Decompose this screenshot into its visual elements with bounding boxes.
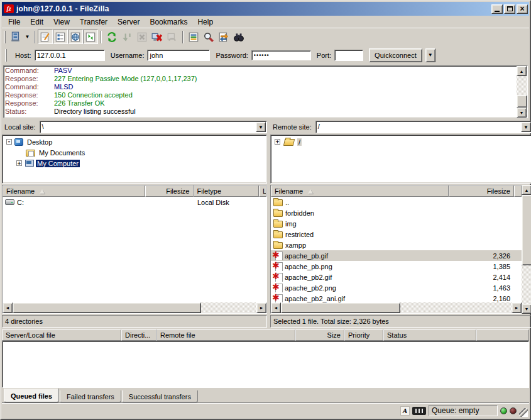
resize-grip[interactable] (519, 408, 528, 417)
menu-edit[interactable]: Edit (25, 16, 48, 28)
scroll-right-icon[interactable]: ► (512, 302, 522, 313)
menu-file[interactable]: File (3, 16, 25, 28)
username-input[interactable] (147, 50, 210, 61)
list-item-xampp[interactable]: xampp (271, 240, 522, 250)
scroll-track[interactable] (201, 302, 256, 313)
menu-bookmarks[interactable]: Bookmarks (145, 16, 192, 28)
scroll-thumb[interactable] (522, 195, 531, 265)
tab-successful-transfers[interactable]: Successful transfers (122, 390, 198, 402)
cancel-operation-button[interactable] (134, 30, 150, 44)
scroll-thumb[interactable] (13, 302, 201, 313)
scroll-left-icon[interactable]: ◄ (271, 302, 281, 313)
remote-site-combobox[interactable]: / ▼ (315, 121, 531, 133)
remote-site-value[interactable]: / (316, 121, 520, 133)
local-list-rows[interactable]: C: Local Disk (3, 197, 266, 302)
synchronized-browsing-button[interactable] (216, 30, 231, 44)
expand-icon[interactable]: + (275, 139, 280, 145)
quickconnect-dropdown[interactable]: ▼ (425, 48, 435, 62)
speed-limits-icon[interactable] (412, 407, 426, 415)
toggle-transfer-queue-button[interactable] (83, 30, 98, 44)
column-header-filename[interactable]: Filename (271, 185, 449, 197)
minimize-button[interactable] (491, 4, 503, 14)
remote-list-rows[interactable]: .. forbidden img restricted xampp apache… (271, 197, 522, 302)
menu-view[interactable]: View (48, 16, 75, 28)
password-input[interactable] (251, 50, 311, 60)
tree-item-desktop[interactable]: - Desktop (3, 136, 266, 147)
list-item-apache-pb2-gif[interactable]: apache_pb2.gif2,414 (271, 272, 522, 282)
tree-item-root[interactable]: + / (271, 136, 531, 147)
remote-vertical-scrollbar[interactable]: ▲ ▼ (522, 185, 531, 314)
file-search-button[interactable] (201, 30, 216, 44)
tab-queued-files[interactable]: Queued files (4, 389, 59, 402)
site-manager-dropdown[interactable]: ▼ (23, 30, 31, 44)
list-item-restricted[interactable]: restricted (271, 229, 522, 240)
column-header-priority[interactable]: Priority (344, 329, 383, 341)
scroll-thumb[interactable] (281, 302, 400, 313)
menu-help[interactable]: Help (192, 16, 218, 28)
column-header-direction[interactable]: Directi... (121, 329, 156, 341)
list-item-parent-dir[interactable]: .. (271, 197, 522, 207)
host-input[interactable] (35, 50, 105, 61)
ascii-data-type-icon[interactable]: A (400, 406, 410, 416)
expand-icon[interactable]: + (16, 160, 22, 166)
scroll-right-icon[interactable]: ► (256, 302, 266, 313)
chevron-down-icon[interactable]: ▼ (256, 122, 266, 132)
column-header-server-local-file[interactable]: Server/Local file (2, 329, 121, 341)
toggle-remote-tree-button[interactable] (68, 30, 83, 44)
menu-server[interactable]: Server (112, 16, 145, 28)
toggle-local-tree-button[interactable] (53, 30, 68, 44)
queue-list-area[interactable] (2, 341, 529, 388)
collapse-icon[interactable]: - (6, 139, 12, 145)
local-site-combobox[interactable]: \ ▼ (40, 121, 267, 133)
tree-item-my-documents[interactable]: My Documents (3, 147, 266, 158)
column-header-filetype[interactable]: Filetype (194, 185, 260, 197)
list-item-img[interactable]: img (271, 218, 522, 229)
list-item-c-drive[interactable]: C: Local Disk (3, 197, 266, 207)
scroll-track[interactable] (522, 265, 531, 304)
log-vertical-scrollbar[interactable]: ▲ ▼ (517, 66, 527, 118)
scroll-down-icon[interactable]: ▼ (522, 304, 531, 314)
column-header-filename[interactable]: Filename (3, 185, 145, 197)
toggle-message-log-button[interactable] (38, 30, 53, 44)
column-header-status[interactable]: Status (383, 329, 476, 341)
message-log-lines[interactable]: Command:PASV Response:227 Entering Passi… (4, 66, 517, 118)
list-item-apache-pb-gif[interactable]: apache_pb.gif2,326 (271, 250, 522, 261)
remote-directory-tree[interactable]: + / (270, 135, 531, 184)
column-header-filesize[interactable]: Filesize (145, 185, 194, 197)
scroll-track[interactable] (517, 76, 527, 95)
column-header-last-modified[interactable]: L (259, 185, 266, 197)
local-site-value[interactable]: \ (40, 121, 255, 133)
directory-listing-filters-button[interactable] (186, 30, 201, 44)
scroll-up-icon[interactable]: ▲ (517, 66, 527, 76)
remote-horizontal-scrollbar[interactable]: ◄ ► (271, 302, 522, 313)
close-button[interactable]: × (517, 4, 528, 14)
maximize-button[interactable] (504, 4, 515, 14)
local-directory-tree[interactable]: - Desktop My Documents + My Computer (2, 135, 267, 184)
directory-comparison-button[interactable] (231, 30, 246, 44)
quickconnect-button[interactable]: Quickconnect (369, 48, 422, 62)
chevron-down-icon[interactable]: ▼ (521, 122, 531, 132)
title-bar[interactable]: fz john@127.0.0.1 - FileZilla × (2, 2, 529, 16)
list-item-apache-pb2-png[interactable]: apache_pb2.png1,463 (271, 282, 522, 293)
scroll-up-icon[interactable]: ▲ (522, 185, 531, 195)
list-item-apache-pb-png[interactable]: apache_pb.png1,385 (271, 261, 522, 272)
site-manager-button[interactable] (8, 30, 23, 44)
tab-failed-transfers[interactable]: Failed transfers (60, 390, 121, 402)
reconnect-button[interactable] (165, 30, 180, 44)
process-queue-button[interactable] (119, 30, 134, 44)
column-header-remote-file[interactable]: Remote file (156, 329, 295, 341)
menu-transfer[interactable]: Transfer (75, 16, 112, 28)
scroll-track[interactable] (400, 302, 512, 313)
port-input[interactable] (334, 50, 363, 61)
scroll-thumb[interactable] (517, 95, 527, 108)
column-header-size[interactable]: Size (295, 329, 344, 341)
scroll-left-icon[interactable]: ◄ (3, 302, 13, 313)
list-item-forbidden[interactable]: forbidden (271, 207, 522, 218)
tree-item-my-computer[interactable]: + My Computer (3, 158, 266, 169)
list-item-apache-pb2-ani-gif[interactable]: apache_pb2_ani.gif2,160 (271, 293, 522, 302)
column-header-filesize[interactable]: Filesize (449, 185, 514, 197)
scroll-down-icon[interactable]: ▼ (517, 108, 527, 118)
refresh-button[interactable] (104, 30, 119, 44)
disconnect-button[interactable] (150, 30, 165, 44)
local-horizontal-scrollbar[interactable]: ◄ ► (3, 302, 266, 313)
